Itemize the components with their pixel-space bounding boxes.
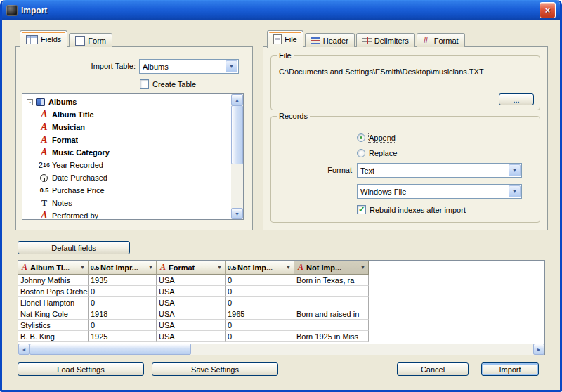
alpha-icon: A: [39, 123, 49, 132]
tree-scrollbar[interactable]: ▲ ▼: [231, 94, 243, 219]
scroll-left-icon[interactable]: ◄: [18, 344, 30, 355]
tab-header[interactable]: Header: [305, 33, 355, 47]
table-cell[interactable]: USA: [157, 275, 226, 286]
import-table-select[interactable]: Albums ▼: [139, 59, 239, 74]
scroll-up-icon[interactable]: ▲: [231, 94, 243, 105]
chevron-down-icon[interactable]: ▼: [226, 60, 237, 72]
grid-h-scrollbar[interactable]: ◄ ►: [18, 344, 544, 355]
tree-item-musician[interactable]: AMusician: [22, 121, 231, 133]
title-bar: Import ×: [2, 0, 560, 20]
tree-item-format[interactable]: AFormat: [22, 133, 231, 146]
table-cell[interactable]: USA: [157, 297, 226, 308]
table-cell[interactable]: B. B. King: [18, 331, 89, 342]
tab-fields[interactable]: Fields: [20, 30, 67, 48]
table-cell[interactable]: 0: [89, 286, 157, 297]
file-format-select[interactable]: Windows File ▼: [357, 184, 522, 199]
collapse-toggle-icon[interactable]: -: [27, 99, 33, 105]
table-cell[interactable]: [294, 320, 369, 331]
column-menu-arrow-icon[interactable]: ▼: [285, 265, 292, 270]
tree-item-purchase-price[interactable]: 0.5Purchase Price: [22, 184, 231, 197]
table-row[interactable]: Stylistics0USA0: [18, 320, 544, 331]
table-cell[interactable]: 0: [226, 320, 294, 331]
tab-format[interactable]: Format: [417, 33, 465, 47]
table-cell[interactable]: 1965: [226, 308, 294, 320]
table-cell[interactable]: Stylistics: [18, 320, 89, 331]
column-header-1[interactable]: AAlbum Ti...▼: [18, 261, 89, 275]
column-header-4[interactable]: 0.5Not imp...▼: [226, 261, 294, 275]
rebuild-indexes-checkbox[interactable]: [357, 205, 366, 214]
grid-scroll-thumb[interactable]: [30, 344, 191, 355]
table-cell[interactable]: 0: [89, 297, 157, 308]
table-cell[interactable]: 0: [226, 286, 294, 297]
table-cell[interactable]: 1918: [89, 308, 157, 320]
real-icon: 0.5: [90, 263, 100, 272]
column-header-2[interactable]: 0.5Not impr...▼: [89, 261, 157, 275]
column-header-3[interactable]: AFormat▼: [157, 261, 226, 275]
table-cell[interactable]: USA: [157, 331, 226, 342]
table-cell[interactable]: 0: [226, 275, 294, 286]
default-fields-button[interactable]: Default fields: [18, 241, 130, 254]
column-menu-arrow-icon[interactable]: ▼: [147, 265, 155, 270]
tab-file[interactable]: File: [267, 30, 303, 48]
table-cell[interactable]: 1935: [89, 275, 157, 286]
tree-item-notes[interactable]: TNotes: [22, 197, 231, 209]
tree-scroll-track[interactable]: [231, 105, 243, 208]
table-cell[interactable]: USA: [157, 320, 226, 331]
rebuild-indexes-option[interactable]: Rebuild indexes after import: [357, 205, 466, 214]
table-cell[interactable]: Nat King Cole: [18, 308, 89, 320]
column-header-5[interactable]: ANot imp...▼: [294, 261, 369, 275]
import-button[interactable]: Import: [481, 362, 539, 376]
save-settings-button[interactable]: Save Settings: [152, 362, 278, 376]
table-cell[interactable]: [294, 286, 369, 297]
column-menu-arrow-icon[interactable]: ▼: [359, 265, 367, 270]
chevron-down-icon[interactable]: ▼: [509, 164, 521, 176]
tree-item-label: Date Purchased: [52, 174, 107, 182]
table-cell[interactable]: 1925: [89, 331, 157, 342]
append-option[interactable]: Append: [357, 133, 396, 142]
browse-button[interactable]: ...: [499, 93, 534, 105]
chevron-down-icon[interactable]: ▼: [509, 185, 521, 197]
table-row[interactable]: B. B. King1925USA0Born 1925 in Miss: [18, 331, 544, 342]
tree-item-date-purchased[interactable]: Date Purchased: [22, 171, 231, 184]
column-menu-arrow-icon[interactable]: ▼: [216, 265, 223, 270]
grid-scroll-track[interactable]: [30, 344, 533, 355]
create-table-option[interactable]: Create Table: [140, 79, 196, 89]
table-cell[interactable]: Boston Pops Orchestra: [18, 286, 89, 297]
table-cell[interactable]: Johnny Mathis: [18, 275, 89, 286]
table-cell[interactable]: 0: [226, 297, 294, 308]
rebuild-indexes-label: Rebuild indexes after import: [370, 206, 466, 214]
tree-item-music-category[interactable]: AMusic Category: [22, 146, 231, 159]
table-row[interactable]: Boston Pops Orchestra0USA0: [18, 286, 544, 297]
replace-radio[interactable]: [357, 149, 365, 157]
tree-item-year-recorded[interactable]: 216Year Recorded: [22, 159, 231, 171]
table-cell[interactable]: Lionel Hampton: [18, 297, 89, 308]
tab-form[interactable]: Form: [69, 33, 112, 47]
tree-root-albums[interactable]: -Albums: [22, 96, 231, 108]
scroll-right-icon[interactable]: ►: [533, 344, 544, 355]
create-table-checkbox[interactable]: [140, 79, 149, 89]
record-format-select[interactable]: Text ▼: [357, 163, 522, 178]
scroll-down-icon[interactable]: ▼: [231, 208, 243, 219]
table-row[interactable]: Johnny Mathis1935USA0Born in Texas, ra: [18, 275, 544, 286]
tree-scroll-thumb[interactable]: [231, 105, 243, 164]
column-menu-arrow-icon[interactable]: ▼: [79, 265, 86, 270]
tree-item-album-title[interactable]: AAlbum Title: [22, 108, 231, 121]
append-radio[interactable]: [357, 133, 365, 142]
table-row[interactable]: Lionel Hampton0USA0: [18, 297, 544, 308]
tab-delimiters[interactable]: Delimiters: [356, 33, 415, 47]
table-row[interactable]: Nat King Cole1918USA1965Born and raised …: [18, 308, 544, 320]
table-cell[interactable]: Born 1925 in Miss: [294, 331, 369, 342]
table-cell[interactable]: USA: [157, 286, 226, 297]
table-cell[interactable]: USA: [157, 308, 226, 320]
table-cell[interactable]: Born and raised in: [294, 308, 369, 320]
replace-option[interactable]: Replace: [357, 149, 397, 157]
tree-item-performed-by[interactable]: APerformed by: [22, 209, 231, 219]
tree-item-label: Musician: [52, 123, 85, 131]
close-button[interactable]: ×: [540, 2, 556, 18]
load-settings-button[interactable]: Load Settings: [18, 362, 144, 376]
table-cell[interactable]: 0: [89, 320, 157, 331]
table-cell[interactable]: [294, 297, 369, 308]
table-cell[interactable]: 0: [226, 331, 294, 342]
cancel-button[interactable]: Cancel: [397, 362, 469, 376]
table-cell[interactable]: Born in Texas, ra: [294, 275, 369, 286]
